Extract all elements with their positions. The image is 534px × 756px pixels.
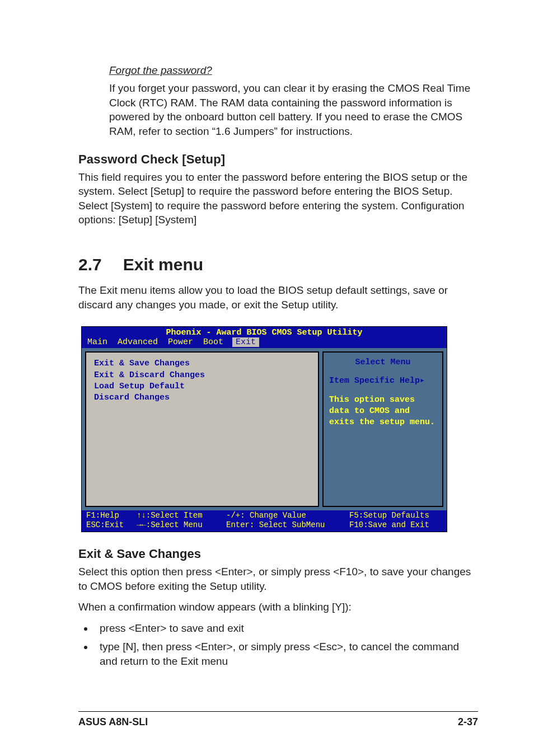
exit-save-p1: Select this option then press <Enter>, o… [78, 565, 478, 593]
bios-item: Exit & Discard Changes [94, 370, 310, 381]
bios-footer-key: →←:Select Menu [137, 520, 226, 530]
section-number: 2.7 [78, 255, 102, 274]
footer-left: ASUS A8N-SLI [78, 716, 148, 728]
bios-select-menu: Select Menu [329, 357, 437, 368]
bios-footer-key: ESC:Exit [86, 520, 137, 530]
bios-right-panel: Select Menu Item Specific Help▸ This opt… [322, 351, 443, 507]
bios-item: Exit & Save Changes [94, 358, 310, 369]
exit-menu-intro: The Exit menu items allow you to load th… [78, 283, 478, 312]
footer-right: 2-37 [458, 716, 478, 728]
bios-tab-main: Main [86, 337, 109, 347]
password-check-body: This field requires you to enter the pas… [78, 170, 478, 228]
bios-menubar: Main Advanced Power Boot Exit [82, 337, 447, 348]
bios-item: Discard Changes [94, 392, 310, 403]
exit-save-heading: Exit & Save Changes [78, 547, 478, 561]
password-check-heading: Password Check [Setup] [78, 152, 478, 167]
bios-help-label: Item Specific Help▸ [329, 375, 437, 387]
bios-tab-power: Power [167, 337, 194, 347]
bios-left-panel: Exit & Save Changes Exit & Discard Chang… [85, 351, 319, 507]
exit-menu-heading: 2.7Exit menu [78, 255, 478, 274]
bios-footer-key: Enter: Select SubMenu [226, 520, 349, 530]
bios-title: Phoenix - Award BIOS CMOS Setup Utility [82, 327, 447, 337]
bios-help-text: This option saves data to CMOS and exits… [329, 395, 437, 429]
bios-tab-advanced: Advanced [116, 337, 159, 347]
bios-body: Exit & Save Changes Exit & Discard Chang… [82, 348, 447, 510]
bios-item: Load Setup Default [94, 381, 310, 392]
forgot-password-body: If you forget your password, you can cle… [109, 81, 478, 139]
bios-tab-boot: Boot [202, 337, 224, 347]
bios-screenshot: Phoenix - Award BIOS CMOS Setup Utility … [81, 326, 447, 532]
list-item: press <Enter> to save and exit [94, 621, 478, 636]
bios-tab-exit: Exit [232, 337, 259, 347]
exit-save-list: press <Enter> to save and exit type [N],… [94, 621, 478, 669]
exit-save-p2: When a confirmation window appears (with… [78, 600, 478, 614]
bios-footer-key: F5:Setup Defaults [349, 511, 442, 520]
forgot-password-title: Forgot the password? [109, 64, 478, 77]
section-title: Exit menu [123, 255, 203, 274]
bios-footer: F1:Help ↑↓:Select Item -/+: Change Value… [82, 510, 447, 532]
list-item: type [N], then press <Enter>, or simply … [94, 640, 478, 669]
bios-footer-key: F1:Help [86, 511, 137, 520]
bios-footer-key: F10:Save and Exit [349, 520, 442, 530]
bios-footer-key: ↑↓:Select Item [137, 511, 226, 520]
page-footer: ASUS A8N-SLI 2-37 [78, 711, 478, 728]
bios-footer-key: -/+: Change Value [226, 511, 349, 520]
